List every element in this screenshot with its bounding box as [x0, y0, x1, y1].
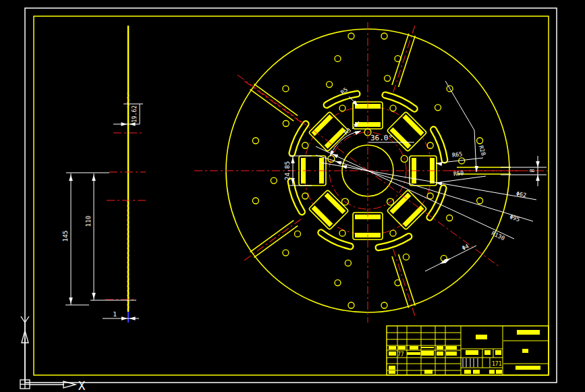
- clamp-bar: [403, 115, 424, 136]
- drill-hole: [335, 55, 341, 61]
- drawing-canvas[interactable]: Φ62 Φ95 R130 R65 R50 R28 8 36.0° 24.85 Φ…: [0, 0, 585, 392]
- title-text-blob: [389, 370, 395, 374]
- spoke: [242, 217, 303, 263]
- drill-hole: [348, 302, 354, 308]
- dim-plate-top-label: 19.62: [131, 105, 138, 123]
- title-text-blob: [476, 335, 487, 339]
- dim-clamp-width-label: 24.85: [283, 161, 291, 181]
- title-text-blob: [437, 352, 443, 356]
- dim-r28-label: R28: [478, 144, 487, 157]
- title-text-blob: [437, 346, 443, 349]
- title-text-blob: [446, 352, 457, 356]
- leader-r28: [445, 81, 476, 172]
- drill-hole: [302, 142, 308, 148]
- title-text-blob: [495, 350, 501, 355]
- generated-geometry: [127, 25, 549, 375]
- drill-hole: [435, 105, 441, 111]
- spoke-edge: [250, 89, 294, 121]
- drill-hole: [395, 55, 401, 61]
- arrowhead: [69, 298, 73, 304]
- title-text-blob: [473, 370, 480, 374]
- drill-hole: [447, 215, 453, 221]
- dim-r130-label: R130: [491, 229, 506, 242]
- arrowhead: [355, 129, 362, 135]
- title-text-blob: [522, 349, 528, 353]
- title-text-blob: [496, 370, 502, 374]
- spoke-edge: [399, 36, 416, 87]
- arrowhead: [130, 316, 136, 320]
- dim-inner-height-label: 110: [84, 215, 92, 227]
- drill-hole: [339, 105, 345, 111]
- arrowhead: [536, 175, 540, 181]
- title-text-blob: [421, 351, 434, 356]
- title-text-blob: [464, 370, 471, 374]
- drill-hole: [339, 230, 345, 236]
- title-text-blob: [410, 346, 418, 349]
- title-text-blob: [389, 352, 396, 356]
- title-block-code: 77: [397, 352, 404, 358]
- dim-outer-height-label: 145: [61, 230, 69, 242]
- dim-gap-label: 8: [529, 169, 536, 172]
- drill-hole: [345, 260, 351, 266]
- ucs-x-label: X: [78, 379, 86, 392]
- drill-hole: [335, 280, 341, 286]
- dim-d95-label: Φ95: [509, 213, 521, 223]
- title-text-blob: [398, 346, 406, 349]
- drill-hole: [390, 105, 396, 111]
- title-text-blob: [389, 366, 395, 370]
- spoke-edge: [254, 84, 298, 115]
- drill-hole: [477, 198, 483, 204]
- drill-hole: [403, 254, 409, 260]
- drill-hole: [327, 82, 333, 88]
- drill-hole: [477, 138, 483, 144]
- arrowhead: [69, 175, 73, 181]
- application-window: Φ62 Φ95 R130 R65 R50 R28 8 36.0° 24.85 Φ…: [0, 0, 585, 392]
- drill-hole: [283, 121, 289, 127]
- clamp-bar: [312, 206, 333, 227]
- ucs-icon: X: [20, 316, 86, 392]
- title-text-blob: [516, 366, 540, 370]
- title-text-blob: [489, 370, 495, 374]
- drill-hole: [381, 33, 387, 39]
- drill-hole: [348, 33, 354, 39]
- title-text-blob: [424, 370, 433, 374]
- dim-r50-label: R50: [453, 169, 464, 177]
- ucs-y-branch: [21, 316, 25, 323]
- drill-hole: [385, 76, 391, 82]
- arrowhead: [92, 175, 96, 181]
- arrowhead: [121, 316, 128, 320]
- title-text-blob: [517, 330, 540, 335]
- leader-r50: [436, 176, 486, 183]
- spoke: [390, 25, 418, 94]
- title-text-blob: [407, 352, 420, 355]
- dim-r65-label: R65: [451, 150, 462, 159]
- clamp-pad: [387, 111, 426, 151]
- clamp-bar: [403, 206, 424, 227]
- clamp-pad: [308, 190, 348, 229]
- arrowhead: [536, 161, 540, 167]
- dim-d62-label: Φ62: [516, 190, 527, 199]
- drill-hole: [283, 86, 289, 92]
- arrowhead: [291, 157, 295, 163]
- drill-hole: [390, 230, 396, 236]
- drill-hole: [381, 302, 387, 308]
- arrowhead: [335, 159, 341, 165]
- drill-hole: [427, 142, 433, 148]
- title-text-blob: [421, 347, 434, 348]
- drill-hole: [295, 231, 301, 237]
- spoke-edge: [250, 221, 294, 252]
- drill-hole: [271, 177, 277, 184]
- drill-hole: [427, 193, 433, 199]
- title-text-blob: [446, 346, 457, 349]
- drill-hole: [252, 198, 258, 204]
- drill-hole: [252, 138, 258, 144]
- dim-thickness-label: 1: [113, 310, 117, 318]
- ucs-y-branch: [25, 316, 29, 323]
- spoke-edge: [399, 254, 416, 306]
- title-block-number: 171: [492, 361, 502, 367]
- clamp-bar: [312, 115, 333, 136]
- arrowhead: [92, 293, 96, 299]
- title-text-blob: [389, 346, 396, 349]
- drill-hole: [302, 193, 308, 199]
- drill-hole: [283, 250, 289, 256]
